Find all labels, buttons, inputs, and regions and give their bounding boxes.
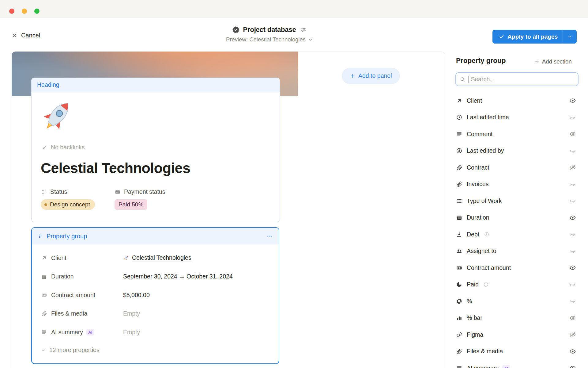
close-icon — [11, 32, 18, 39]
add-to-panel-button[interactable]: Add to panel — [342, 68, 400, 84]
property-label: Client — [51, 255, 66, 262]
payment-status-value-pill: Paid 50% — [115, 199, 147, 210]
chevron-down-icon — [308, 37, 313, 42]
sidebar-item-client[interactable]: Client — [456, 92, 579, 109]
property-group-header: Property group — [32, 228, 279, 244]
property-value: Empty — [123, 329, 140, 336]
person-icon — [456, 148, 462, 154]
sidebar-title: Property group — [456, 57, 506, 65]
property-value-text: $5,000.00 — [123, 292, 150, 299]
eye-closed-icon[interactable] — [569, 197, 576, 204]
property-row-duration[interactable]: DurationSeptember 30, 2024 → October 31,… — [32, 267, 279, 286]
eye-closed-icon[interactable] — [569, 281, 576, 288]
property-label: Duration — [51, 273, 74, 280]
sidebar-item-type-of-work[interactable]: Type of Work — [456, 193, 579, 209]
rocket-page-icon[interactable] — [39, 97, 76, 134]
apply-options-chevron-button[interactable] — [563, 30, 577, 44]
property-key: Client — [41, 255, 123, 262]
backlinks-row: No backlinks — [41, 144, 85, 151]
sidebar-item-comment[interactable]: Comment — [456, 126, 579, 143]
heading-block[interactable]: Heading No backlinks Celestial Technolog… — [31, 78, 280, 222]
paperclip-icon — [456, 348, 462, 355]
sidebar-item-contract[interactable]: Contract — [456, 159, 579, 176]
status-field: Status Design concept — [41, 188, 95, 210]
verified-badge-icon — [232, 26, 240, 34]
money-icon — [41, 292, 47, 298]
check-icon — [499, 34, 504, 40]
heading-block-label: Heading — [37, 81, 59, 88]
heading-block-header: Heading — [32, 78, 280, 92]
property-group-block[interactable]: Property group ClientCelestial Technolog… — [31, 227, 279, 364]
eye-slash-icon[interactable] — [569, 315, 576, 321]
property-key: Files & media — [41, 310, 123, 317]
sidebar-item-%-bar[interactable]: % bar — [456, 310, 579, 327]
more-options-button[interactable] — [266, 233, 273, 240]
cancel-button[interactable]: Cancel — [11, 32, 40, 39]
apply-to-all-pages-button[interactable]: Apply to all pages — [492, 30, 563, 44]
property-key: Contract amount — [41, 292, 123, 299]
status-icon — [41, 189, 47, 195]
text-lines-icon — [456, 131, 462, 137]
property-value-text: Empty — [123, 310, 140, 317]
more-properties-toggle[interactable]: 12 more properties — [32, 342, 279, 359]
sidebar-item-contract-amount[interactable]: Contract amount — [456, 259, 579, 276]
eye-open-icon[interactable] — [569, 214, 576, 221]
eye-open-icon[interactable] — [569, 348, 576, 355]
cancel-label: Cancel — [21, 32, 40, 39]
eye-closed-icon[interactable] — [569, 148, 576, 154]
eye-slash-icon[interactable] — [569, 331, 576, 338]
add-to-panel-label: Add to panel — [358, 72, 392, 79]
property-value[interactable]: Celestial Technologies — [123, 254, 191, 262]
sidebar-item-label: AI summary — [467, 365, 499, 368]
sidebar-item-debt[interactable]: Debt — [456, 226, 579, 243]
zoom-window-button[interactable] — [34, 9, 40, 14]
sidebar-item-assignet-to[interactable]: Assignet to — [456, 243, 579, 260]
property-row-files-media[interactable]: Files & mediaEmpty — [32, 305, 279, 323]
property-row-ai-summary[interactable]: AI summaryAIEmpty — [32, 323, 279, 342]
sidebar-item-invoices[interactable]: Invoices — [456, 176, 579, 193]
more-properties-label: 12 more properties — [49, 347, 100, 354]
property-row-contract-amount[interactable]: Contract amount$5,000.00 — [32, 286, 279, 305]
eye-closed-icon[interactable] — [569, 181, 576, 188]
eye-open-icon[interactable] — [569, 365, 576, 368]
property-group-label: Property group — [47, 233, 87, 240]
close-window-button[interactable] — [9, 9, 14, 14]
ai-badge: AI — [502, 365, 510, 368]
sidebar-item-last-edited-time[interactable]: Last edited time — [456, 109, 579, 126]
eye-open-icon[interactable] — [569, 97, 576, 104]
rocket-icon — [123, 255, 129, 261]
preview-selector[interactable]: Preview: Celestial Technologies — [226, 36, 313, 43]
card-icon — [115, 189, 121, 195]
minimize-window-button[interactable] — [22, 9, 27, 14]
status-value: Design concept — [50, 201, 90, 208]
layout-editor-window: Cancel Project database Preview: Celesti… — [0, 0, 588, 368]
arrow-down-left-icon — [41, 144, 47, 151]
eye-closed-icon[interactable] — [569, 298, 576, 305]
property-key: AI summaryAI — [41, 329, 123, 336]
sidebar-item-figma[interactable]: Figma — [456, 326, 579, 343]
sidebar-item-label: Figma — [467, 331, 483, 338]
settings-sliders-icon[interactable] — [300, 26, 307, 33]
search-input[interactable] — [471, 76, 575, 83]
sidebar-item-paid[interactable]: Paid — [456, 276, 579, 293]
property-label: Files & media — [51, 310, 87, 317]
sidebar-item-last-edited-by[interactable]: Last edited by — [456, 143, 579, 159]
eye-slash-icon[interactable] — [569, 164, 576, 171]
eye-open-icon[interactable] — [569, 264, 576, 271]
property-row-client[interactable]: ClientCelestial Technologies — [32, 249, 279, 267]
sidebar-item-files-media[interactable]: Files & media — [456, 343, 579, 360]
sidebar-item-%[interactable]: % — [456, 293, 579, 310]
drag-handle-icon[interactable] — [37, 233, 43, 239]
sidebar-item-duration[interactable]: Duration — [456, 209, 579, 226]
sidebar-item-ai-summary[interactable]: AI summaryAI — [456, 360, 579, 368]
add-section-button[interactable]: Add section — [534, 58, 572, 65]
eye-slash-icon[interactable] — [569, 131, 576, 137]
property-label: AI summary — [51, 329, 83, 336]
property-value: $5,000.00 — [123, 292, 150, 299]
eye-closed-icon[interactable] — [569, 231, 576, 238]
eye-closed-icon[interactable] — [569, 114, 576, 121]
text-lines-icon — [456, 365, 462, 368]
eye-closed-icon[interactable] — [569, 248, 576, 255]
sidebar-item-label: % — [467, 298, 472, 305]
sidebar-item-label: Invoices — [467, 181, 489, 188]
